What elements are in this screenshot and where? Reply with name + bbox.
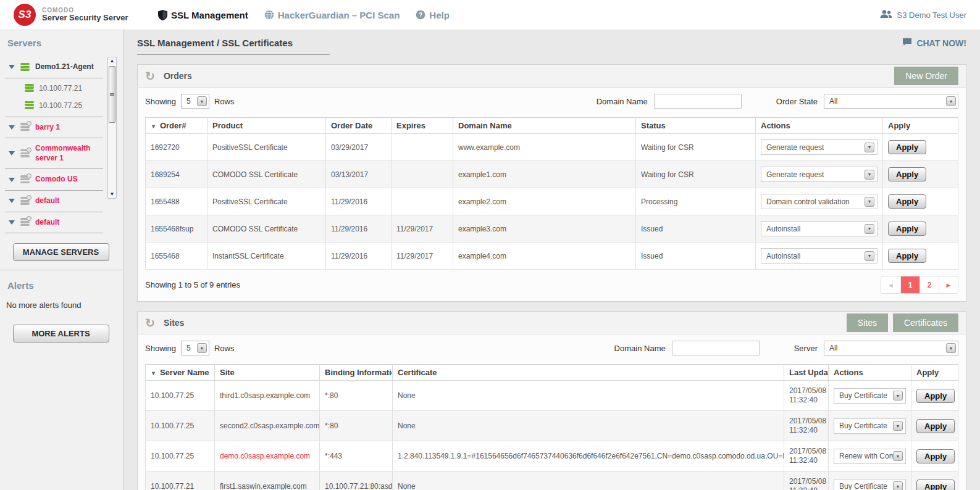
collapse-icon[interactable] — [9, 199, 15, 203]
refresh-icon[interactable]: ↻ — [145, 70, 155, 82]
tree-item-demo121-agent[interactable]: Demo1.21-Agent — [5, 57, 103, 78]
dropdown-button[interactable]: ▼ — [865, 224, 874, 234]
col-apply: Apply — [883, 118, 958, 134]
product: COMODO SSL Certificate — [207, 161, 326, 188]
collapse-icon[interactable] — [9, 125, 15, 130]
alerts-empty-text: No more alerts found — [5, 301, 117, 310]
col-binding[interactable]: Binding Information — [320, 365, 393, 381]
new-order-button[interactable]: New Order — [894, 67, 958, 85]
sites-tab-button[interactable]: Sites — [847, 314, 888, 332]
apply-button[interactable]: Apply — [916, 419, 955, 433]
expires — [392, 134, 453, 161]
site-name-link[interactable]: demo.c0sasp.example.com — [215, 441, 320, 471]
domain-name-label: Domain Name — [614, 344, 666, 353]
dropdown-button[interactable]: ▼ — [865, 143, 874, 152]
order-state-select[interactable]: All ▼ — [824, 94, 958, 109]
prev-page-button[interactable]: ◄ — [881, 276, 900, 293]
rows-per-page-select[interactable]: 5 ▼ — [181, 94, 209, 109]
server-ip: 10.100.77.21 — [39, 84, 82, 93]
collapse-icon[interactable] — [9, 151, 15, 156]
dropdown-button[interactable]: ▼ — [197, 96, 207, 106]
action-select[interactable]: Autoinstall▼ — [761, 248, 877, 264]
product-name: Server Security Server — [42, 14, 128, 23]
scroll-up-icon[interactable]: ▲ — [110, 57, 115, 65]
tree-scrollbar[interactable]: ▲ ▼ — [107, 57, 117, 199]
action-select[interactable]: Domain control validation▼ — [761, 194, 877, 209]
dropdown-button[interactable]: ▼ — [946, 343, 956, 353]
tree-item-default-1[interactable]: default — [5, 191, 103, 212]
nav-hackerguardian[interactable]: HackerGuardian – PCI Scan — [264, 10, 400, 20]
action-select[interactable]: Generate request▼ — [761, 167, 877, 182]
dropdown-button[interactable]: ▼ — [865, 170, 874, 180]
col-server-name[interactable]: ▼Server Name — [146, 365, 215, 381]
col-certificate[interactable]: Certificate — [393, 365, 784, 381]
sites-table: ▼Server Name Site Binding Information Ce… — [145, 364, 958, 490]
col-product[interactable]: Product — [207, 118, 326, 134]
apply-button[interactable]: Apply — [916, 480, 955, 490]
sites-domain-name-input[interactable] — [672, 341, 760, 355]
manage-servers-button[interactable]: MANAGE SERVERS — [13, 243, 109, 261]
orders-domain-name-input[interactable] — [654, 94, 742, 109]
apply-button[interactable]: Apply — [888, 194, 926, 209]
server-value: All — [829, 344, 837, 352]
page-button-1[interactable]: 1 — [900, 276, 919, 293]
table-row: 10.100.77.25 third1.c0sasp.example.com *… — [146, 381, 958, 411]
tree-item-ip-21[interactable]: 10.100.77.21 — [5, 80, 103, 97]
col-site[interactable]: Site — [215, 365, 320, 381]
collapse-icon[interactable] — [9, 220, 15, 225]
apply-button[interactable]: Apply — [888, 222, 926, 236]
col-domain[interactable]: Domain Name — [453, 118, 636, 134]
user-menu[interactable]: S3 Demo Test User — [880, 10, 966, 20]
scrollbar-thumb[interactable] — [109, 66, 115, 123]
chat-now-button[interactable]: CHAT NOW! — [902, 38, 966, 48]
certificates-tab-button[interactable]: Certificates — [893, 314, 958, 332]
dropdown-button[interactable]: ▼ — [865, 197, 874, 207]
col-order-date[interactable]: Order Date — [326, 118, 392, 134]
tree-item-commonwealth[interactable]: Commonwealth server 1 — [5, 138, 103, 168]
dropdown-button[interactable]: ▼ — [946, 96, 956, 106]
order-state-value: All — [829, 97, 837, 106]
collapse-icon[interactable] — [9, 178, 15, 182]
action-select[interactable]: Renew with Comodo▼ — [834, 449, 906, 464]
user-name: S3 Demo Test User — [897, 10, 966, 20]
dropdown-button[interactable]: ▼ — [865, 251, 874, 261]
rows-per-page-select[interactable]: 5 ▼ — [181, 341, 209, 355]
action-select[interactable]: Buy Certificate▼ — [834, 388, 906, 404]
tree-item-comodo-us[interactable]: Comodo US — [5, 169, 103, 190]
page-button-2[interactable]: 2 — [919, 276, 939, 293]
next-page-button[interactable]: ► — [939, 276, 958, 293]
main-content: SSL Management / SSL Certificates CHAT N… — [124, 30, 980, 490]
col-order[interactable]: ▼Order# — [146, 118, 207, 134]
action-select[interactable]: Generate request▼ — [761, 139, 877, 155]
server-name: 10.100.77.25 — [146, 381, 215, 411]
scroll-down-icon[interactable]: ▼ — [110, 191, 115, 198]
apply-button[interactable]: Apply — [916, 449, 955, 463]
tree-item-barry-1[interactable]: barry 1 — [5, 117, 103, 138]
action-select[interactable]: Autoinstall▼ — [761, 221, 877, 236]
apply-button[interactable]: Apply — [888, 249, 926, 263]
refresh-icon[interactable]: ↻ — [145, 317, 155, 329]
dropdown-button[interactable]: ▼ — [197, 343, 207, 353]
tree-item-default-2[interactable]: default — [5, 212, 103, 233]
server-group: Demo1.21-Agent 10.100.77.21 10.100.77.25 — [5, 57, 103, 117]
action-select[interactable]: Buy Certificate▼ — [834, 479, 906, 490]
dropdown-button[interactable]: ▼ — [893, 451, 903, 461]
collapse-icon[interactable] — [9, 65, 15, 69]
apply-button[interactable]: Apply — [888, 140, 926, 154]
nav-ssl-management[interactable]: SSL Management — [158, 10, 248, 20]
col-expires[interactable]: Expires — [392, 118, 453, 134]
nav-help[interactable]: ? Help — [416, 10, 450, 20]
col-last-update[interactable]: Last Update — [784, 365, 829, 381]
apply-button[interactable]: Apply — [888, 167, 926, 181]
order-date: 11/29/2016 — [326, 215, 392, 243]
dropdown-button[interactable]: ▼ — [893, 391, 903, 401]
server-select[interactable]: All ▼ — [824, 341, 958, 355]
more-alerts-button[interactable]: MORE ALERTS — [13, 325, 109, 343]
sidebar-divider — [0, 270, 123, 270]
apply-button[interactable]: Apply — [916, 389, 955, 403]
col-status[interactable]: Status — [636, 118, 756, 134]
action-select[interactable]: Buy Certificate▼ — [834, 418, 906, 434]
dropdown-button[interactable]: ▼ — [893, 481, 903, 490]
tree-item-ip-25[interactable]: 10.100.77.25 — [5, 97, 103, 114]
dropdown-button[interactable]: ▼ — [893, 421, 903, 431]
